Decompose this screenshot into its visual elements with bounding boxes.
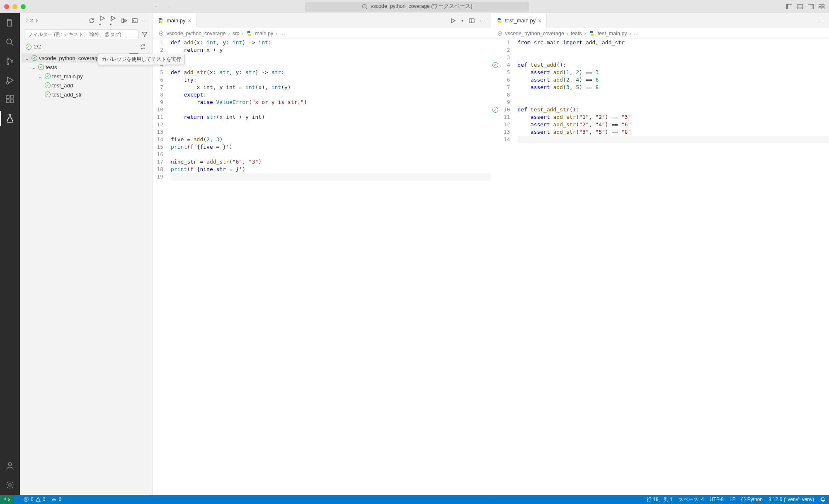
close-icon[interactable]: ×	[538, 17, 541, 24]
settings-gear-icon[interactable]	[4, 479, 16, 491]
svg-rect-21	[10, 95, 13, 98]
tree-file[interactable]: ⌄ ✓ test_main.py	[22, 72, 150, 81]
refresh-tests-icon[interactable]	[88, 17, 95, 24]
chevron-down-icon: ⌄	[31, 64, 36, 70]
svg-rect-25	[132, 19, 137, 23]
svg-point-31	[160, 33, 162, 34]
svg-point-22	[8, 463, 12, 466]
run-file-icon[interactable]	[450, 17, 456, 24]
svg-point-34	[499, 33, 501, 34]
split-editor-icon[interactable]	[468, 17, 475, 24]
svg-rect-7	[812, 4, 814, 9]
svg-point-14	[7, 58, 9, 60]
maximize-window-icon[interactable]	[21, 4, 26, 9]
encoding-status[interactable]: UTF-8	[710, 497, 724, 502]
search-text: vscode_python_coverage (ワークスペース)	[371, 3, 472, 10]
tree-label: test_add	[52, 82, 73, 89]
tree-test[interactable]: ✓ test_add_str	[22, 90, 150, 99]
indentation-status[interactable]: スペース: 4	[679, 496, 704, 503]
minimize-window-icon[interactable]	[12, 4, 17, 9]
title-bar: ← → vscode_python_coverage (ワークスペース)	[0, 0, 829, 13]
layout-panel-icon[interactable]	[797, 3, 803, 10]
sidebar-title: テスト	[25, 17, 86, 24]
nav-forward-icon[interactable]: →	[165, 3, 171, 10]
layout-secondary-icon[interactable]	[807, 3, 814, 10]
svg-point-12	[7, 39, 12, 44]
svg-point-23	[9, 484, 11, 486]
nav-back-icon[interactable]: ←	[154, 3, 160, 10]
svg-rect-19	[6, 100, 9, 103]
svg-point-17	[6, 82, 9, 84]
python-env-status[interactable]: 3.12.6 ('.venv': venv)	[768, 497, 814, 502]
eol-status[interactable]: LF	[730, 497, 735, 502]
svg-rect-5	[797, 7, 803, 9]
more-icon[interactable]: ···	[142, 18, 147, 23]
svg-rect-18	[6, 96, 9, 99]
tab-main-py[interactable]: main.py ×	[153, 13, 197, 28]
coverage-all-icon[interactable]	[121, 17, 127, 24]
svg-point-16	[11, 60, 13, 63]
refresh-icon[interactable]	[140, 43, 146, 50]
tab-test-main-py[interactable]: test_main.py ×	[491, 13, 547, 28]
pass-icon: ✓	[26, 44, 32, 50]
svg-point-0	[363, 4, 366, 8]
svg-line-13	[11, 43, 13, 46]
code-editor[interactable]: ✓✓ 1234567891011121314 from src.main imp…	[491, 39, 829, 495]
pass-icon: ✓	[32, 55, 37, 61]
pass-icon: ✓	[45, 82, 51, 88]
chevron-down-icon: ⌄	[37, 73, 43, 80]
activity-bar	[0, 13, 20, 495]
more-icon[interactable]: ···	[480, 17, 486, 24]
explorer-icon[interactable]	[4, 17, 16, 29]
problems-status[interactable]: 0 0	[23, 497, 45, 502]
test-count: 2/2	[34, 44, 41, 50]
editor-right: test_main.py × ··· vscode_python_coverag…	[491, 13, 829, 495]
run-all-icon[interactable]: ▾	[99, 15, 106, 27]
testing-icon[interactable]	[4, 113, 16, 124]
record-icon	[497, 31, 503, 36]
pass-icon: ✓	[45, 92, 51, 97]
window-controls	[4, 4, 26, 9]
tree-label: tests	[46, 64, 57, 70]
more-icon[interactable]: ···	[818, 17, 824, 24]
tree-label: test_main.py	[52, 73, 83, 80]
python-file-icon	[589, 30, 595, 37]
test-filter-input[interactable]	[24, 29, 139, 39]
python-file-icon	[158, 17, 164, 24]
close-icon[interactable]: ×	[188, 17, 191, 24]
tab-label: test_main.py	[505, 17, 536, 24]
accounts-icon[interactable]	[4, 460, 16, 472]
notifications-icon[interactable]	[820, 497, 826, 502]
svg-rect-9	[822, 4, 824, 6]
coverage-tooltip: カバレッジを使用してテストを実行	[98, 54, 185, 65]
show-output-icon[interactable]	[131, 17, 138, 24]
search-icon	[361, 3, 368, 10]
ports-status[interactable]: 0	[51, 497, 61, 502]
testing-sidebar: テスト ▾ ▾ ··· ✓ 2/2 ⌄ ✓ vscode_pytho	[20, 13, 153, 495]
record-icon	[158, 31, 164, 36]
breadcrumb[interactable]: vscode_python_coverage› tests› test_main…	[491, 28, 829, 39]
debug-all-icon[interactable]: ▾	[110, 15, 116, 27]
python-file-icon	[246, 30, 252, 37]
run-debug-icon[interactable]	[4, 75, 16, 86]
remote-indicator[interactable]	[0, 495, 14, 504]
status-bar: 0 0 0 行 19、列 1 スペース: 4 UTF-8 LF { } Pyth…	[0, 495, 829, 504]
layout-primary-icon[interactable]	[786, 3, 793, 10]
cursor-position[interactable]: 行 19、列 1	[647, 496, 673, 503]
extensions-icon[interactable]	[4, 94, 16, 105]
customize-layout-icon[interactable]	[818, 3, 825, 10]
breadcrumb[interactable]: vscode_python_coverage› src› main.py› …	[153, 28, 491, 39]
svg-rect-10	[819, 7, 822, 9]
close-window-icon[interactable]	[4, 4, 9, 9]
code-editor[interactable]: 12345678910111213141516171819 def add(x:…	[153, 39, 491, 495]
chevron-down-icon: ⌄	[24, 55, 30, 61]
language-status[interactable]: { } Python	[741, 497, 763, 502]
command-center[interactable]: vscode_python_coverage (ワークスペース)	[305, 2, 529, 12]
svg-point-24	[111, 19, 112, 21]
tree-test[interactable]: ✓ test_add	[22, 81, 150, 90]
search-icon[interactable]	[4, 36, 16, 48]
source-control-icon[interactable]	[4, 55, 16, 67]
filter-icon[interactable]	[141, 31, 148, 38]
tree-label: test_add_str	[52, 92, 82, 98]
pass-icon: ✓	[38, 64, 44, 70]
